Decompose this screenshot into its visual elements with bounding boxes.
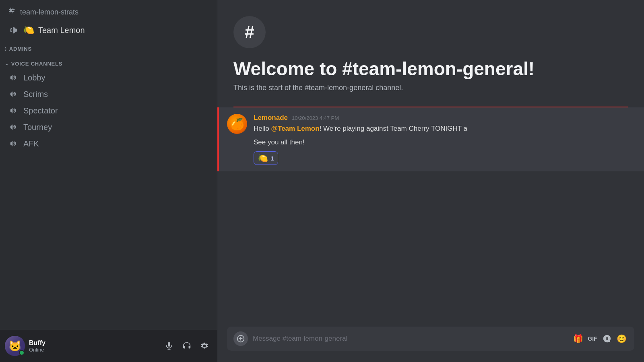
lemonade-avatar: 🍊: [227, 114, 247, 134]
speaker-icon: [8, 25, 19, 36]
message-group: 🍊 Lemonade 10/20/2023 4:47 PM Hello @Tea…: [217, 107, 644, 171]
message-text-line2: See you all then!: [254, 137, 634, 148]
speaker-icon-afk: [8, 138, 19, 149]
speaker-icon-lobby: [8, 72, 19, 83]
chevron-right-icon: 〉: [5, 46, 7, 51]
channel-welcome-icon: #: [233, 16, 266, 48]
microphone-button[interactable]: [161, 338, 177, 354]
welcome-desc: This is the start of the #team-lemon-gen…: [233, 84, 628, 92]
tourney-channel-name: Tourney: [23, 123, 52, 132]
voice-channels-label: VOICE CHANNELS: [11, 61, 63, 67]
message-timestamp: 10/20/2023 4:47 PM: [292, 115, 339, 121]
msg-mention[interactable]: @Team Lemon: [271, 125, 319, 132]
message-input-box: 🎁 GIF 😊: [227, 327, 634, 351]
reaction-bar: 🍋 1: [254, 151, 634, 165]
afk-channel-name: AFK: [23, 139, 39, 148]
channel-item-strats[interactable]: team-lemon-strats: [3, 4, 214, 21]
channel-list: team-lemon-strats 🍋 Team Lemon 〉 ADMINS …: [0, 0, 217, 330]
msg-text-after: ! We're playing against Team Cherry TONI…: [320, 125, 467, 132]
user-info: Buffy Online: [29, 339, 157, 353]
speaker-icon-tourney: [8, 121, 19, 133]
voice-channels-section-header[interactable]: ⌄ VOICE CHANNELS: [0, 54, 217, 69]
add-content-button[interactable]: [233, 331, 248, 346]
chevron-down-icon: ⌄: [5, 61, 9, 66]
reaction-count: 1: [270, 155, 274, 162]
voice-channel-spectator[interactable]: Spectator: [3, 103, 214, 119]
channel-welcome: # Welcome to #team-lemon-general! This i…: [217, 0, 644, 100]
messages-area[interactable]: 🍊 Lemonade 10/20/2023 4:47 PM Hello @Tea…: [217, 107, 644, 327]
main-content: # Welcome to #team-lemon-general! This i…: [217, 0, 644, 362]
message-input-area: 🎁 GIF 😊: [217, 327, 644, 362]
speaker-icon-scrims: [8, 88, 19, 100]
voice-channel-scrims[interactable]: Scrims: [3, 86, 214, 102]
channel-item-team-lemon[interactable]: 🍋 Team Lemon: [3, 21, 214, 39]
lobby-channel-name: Lobby: [23, 73, 45, 82]
scrims-channel-name: Scrims: [23, 90, 48, 99]
message-content: Lemonade 10/20/2023 4:47 PM Hello @Team …: [254, 114, 634, 165]
spectator-channel-name: Spectator: [23, 106, 58, 115]
voice-channel-tourney[interactable]: Tourney: [3, 119, 214, 135]
voice-channel-afk[interactable]: AFK: [3, 136, 214, 152]
reaction-emoji: 🍋: [258, 153, 268, 163]
reaction-lemon[interactable]: 🍋 1: [254, 151, 278, 165]
voice-channel-lobby[interactable]: Lobby: [3, 70, 214, 86]
sidebar: team-lemon-strats 🍋 Team Lemon 〉 ADMINS …: [0, 0, 217, 362]
message-input-field[interactable]: [253, 335, 567, 343]
settings-button[interactable]: [197, 338, 212, 354]
user-controls: [161, 338, 212, 354]
speaker-icon-spectator: [8, 105, 19, 116]
avatar: 🐱: [5, 336, 25, 356]
message-text: Hello @Team Lemon! We're playing against…: [254, 123, 634, 134]
gift-icon[interactable]: 🎁: [572, 332, 584, 345]
user-bar: 🐱 Buffy Online: [0, 330, 217, 362]
team-lemon-voice-name: Team Lemon: [38, 26, 85, 35]
welcome-title: Welcome to #team-lemon-general!: [233, 58, 628, 80]
admins-label: ADMINS: [9, 46, 32, 52]
message-header: Lemonade 10/20/2023 4:47 PM: [254, 114, 634, 122]
gif-icon[interactable]: GIF: [586, 332, 599, 345]
user-status-label: Online: [29, 347, 157, 353]
username-label: Buffy: [29, 339, 157, 347]
strats-channel-name: team-lemon-strats: [20, 8, 78, 16]
msg-text-before: Hello: [254, 125, 271, 132]
online-status-dot: [19, 350, 25, 356]
lemon-emoji: 🍋: [23, 25, 34, 35]
hash-symbol: #: [245, 23, 254, 42]
emoji-icon[interactable]: 😊: [615, 332, 628, 345]
admins-section-header[interactable]: 〉 ADMINS: [0, 39, 217, 54]
sticker-icon[interactable]: [601, 332, 613, 345]
headphones-button[interactable]: [179, 338, 194, 354]
hash-icon: [8, 7, 17, 18]
message-username: Lemonade: [254, 114, 288, 122]
input-icons: 🎁 GIF 😊: [572, 332, 628, 345]
